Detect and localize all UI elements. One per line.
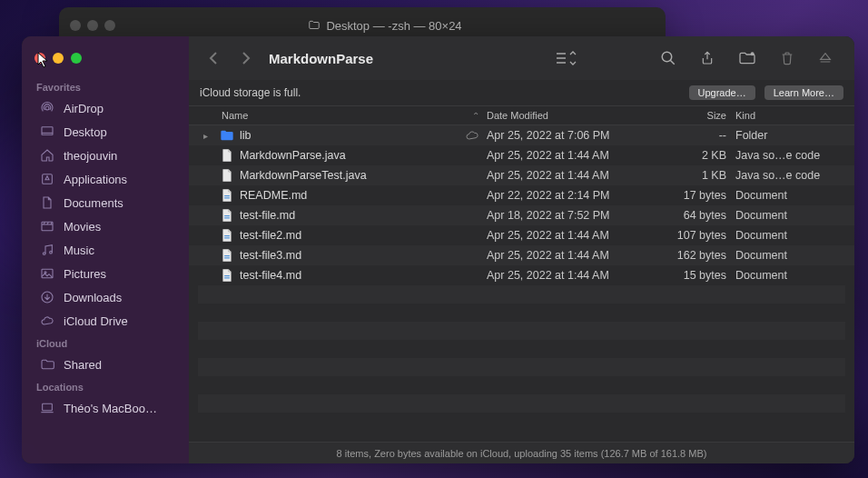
file-date: Apr 25, 2022 at 7:06 PM (487, 129, 648, 142)
terminal-max[interactable] (104, 20, 115, 31)
sidebar-item-theojouvin[interactable]: theojouvin (27, 144, 183, 167)
file-size: 17 bytes (648, 189, 735, 202)
sidebar-item-airdrop[interactable]: AirDrop (27, 96, 183, 120)
sidebar-section-label: iCloud (22, 333, 189, 353)
view-options-button[interactable] (547, 47, 586, 69)
sidebar: FavoritesAirDropDesktoptheojouvinApplica… (22, 36, 189, 463)
sidebar-section-label: Locations (22, 376, 189, 396)
file-kind: Document (735, 269, 845, 282)
svg-rect-14 (43, 403, 53, 410)
svg-rect-24 (224, 215, 230, 216)
trash-icon[interactable] (771, 46, 804, 70)
terminal-close[interactable] (70, 20, 81, 31)
file-date: Apr 25, 2022 at 1:44 AM (487, 249, 648, 262)
disclosure-icon[interactable]: ▸ (203, 131, 214, 141)
upgrade-button[interactable]: Upgrade… (689, 85, 755, 100)
cloud-icon (465, 130, 487, 141)
pics-icon (40, 266, 54, 281)
col-date[interactable]: Date Modified (487, 110, 648, 121)
empty-row (198, 322, 845, 340)
file-icon (220, 248, 234, 263)
icloud-banner: iCloud storage is full. Upgrade… Learn M… (189, 80, 854, 106)
svg-point-21 (751, 52, 755, 55)
file-name: lib (240, 129, 252, 142)
sidebar-item-label: Music (64, 244, 94, 257)
file-name: test-file3.md (240, 249, 301, 262)
doc-icon (40, 195, 54, 210)
back-button[interactable] (202, 47, 227, 69)
empty-row (198, 304, 845, 322)
svg-rect-23 (224, 197, 230, 198)
downloads-icon (40, 290, 54, 304)
sidebar-item-music[interactable]: Music (27, 238, 183, 262)
main-panel: MarkdownParse iCloud storage is (189, 36, 854, 463)
column-headers[interactable]: Name ⌃ Date Modified Size Kind (189, 106, 854, 125)
sidebar-item-desktop[interactable]: Desktop (27, 120, 183, 144)
empty-row (198, 285, 845, 304)
sidebar-item-applications[interactable]: Applications (27, 167, 183, 191)
file-date: Apr 25, 2022 at 1:44 AM (487, 169, 648, 182)
sidebar-item-label: Downloads (64, 291, 122, 304)
sidebar-item-icloud-drive[interactable]: iCloud Drive (27, 309, 183, 333)
file-icon (220, 148, 234, 163)
sidebar-item-movies[interactable]: Movies (27, 214, 183, 238)
col-kind[interactable]: Kind (735, 110, 845, 121)
folder-icon (308, 19, 321, 32)
file-size: 1 KB (648, 169, 735, 182)
eject-icon[interactable] (809, 47, 842, 69)
file-name: test-file.md (240, 209, 295, 222)
file-icon (220, 188, 234, 203)
file-row[interactable]: test-file.mdApr 18, 2022 at 7:52 PM64 by… (189, 205, 854, 225)
sidebar-item-shared[interactable]: Shared (27, 353, 183, 376)
minimize-button[interactable] (53, 53, 64, 64)
sidebar-item-pictures[interactable]: Pictures (27, 262, 183, 285)
laptop-icon (40, 401, 54, 415)
tags-icon[interactable] (729, 47, 765, 69)
banner-text: iCloud storage is full. (200, 86, 301, 99)
svg-line-20 (670, 60, 675, 65)
sidebar-item-label: Théo's MacBoo… (64, 402, 157, 415)
shared-icon (40, 357, 54, 372)
file-row[interactable]: MarkdownParseTest.javaApr 25, 2022 at 1:… (189, 165, 854, 185)
file-row[interactable]: README.mdApr 22, 2022 at 2:14 PM17 bytes… (189, 185, 854, 205)
file-row[interactable]: test-file2.mdApr 25, 2022 at 1:44 AM107 … (189, 225, 854, 245)
file-row[interactable]: ▸libApr 25, 2022 at 7:06 PM--Folder (189, 125, 854, 145)
sidebar-item-label: Pictures (64, 267, 106, 281)
file-icon (220, 128, 234, 143)
status-text: 8 items, Zero bytes available on iCloud,… (337, 448, 707, 459)
file-date: Apr 25, 2022 at 1:44 AM (487, 269, 648, 282)
svg-rect-28 (224, 255, 230, 256)
learn-more-button[interactable]: Learn More… (764, 85, 843, 100)
file-date: Apr 18, 2022 at 7:52 PM (487, 209, 648, 222)
terminal-min[interactable] (87, 20, 98, 31)
col-size[interactable]: Size (648, 110, 735, 121)
forward-button[interactable] (232, 47, 258, 69)
sidebar-item-documents[interactable]: Documents (27, 191, 183, 214)
file-size: 2 KB (648, 149, 735, 162)
file-icon (220, 228, 234, 243)
file-date: Apr 25, 2022 at 1:44 AM (487, 149, 648, 162)
sidebar-item-downloads[interactable]: Downloads (27, 285, 183, 309)
desktop-icon (40, 124, 54, 139)
file-name: MarkdownParseTest.java (240, 169, 367, 182)
sidebar-item-label: Shared (64, 358, 102, 372)
svg-rect-25 (224, 217, 230, 218)
file-row[interactable]: test-file4.mdApr 25, 2022 at 1:44 AM15 b… (189, 265, 854, 285)
file-date: Apr 22, 2022 at 2:14 PM (487, 189, 648, 202)
maximize-button[interactable] (71, 53, 82, 64)
music-icon (40, 243, 54, 257)
col-name[interactable]: Name (222, 110, 248, 121)
sidebar-item-th-o-s-macboo-[interactable]: Théo's MacBoo… (27, 396, 183, 420)
svg-point-10 (50, 251, 53, 254)
search-icon[interactable] (651, 46, 686, 70)
svg-rect-31 (224, 277, 230, 278)
share-icon[interactable] (691, 46, 724, 70)
file-row[interactable]: test-file3.mdApr 25, 2022 at 1:44 AM162 … (189, 245, 854, 265)
svg-rect-26 (224, 235, 230, 236)
svg-rect-1 (42, 127, 53, 135)
file-kind: Folder (735, 129, 845, 142)
file-name: test-file4.md (240, 269, 301, 282)
file-row[interactable]: MarkdownParse.javaApr 25, 2022 at 1:44 A… (189, 145, 854, 165)
file-kind: Java so…e code (735, 169, 845, 182)
file-name: test-file2.md (240, 229, 301, 242)
